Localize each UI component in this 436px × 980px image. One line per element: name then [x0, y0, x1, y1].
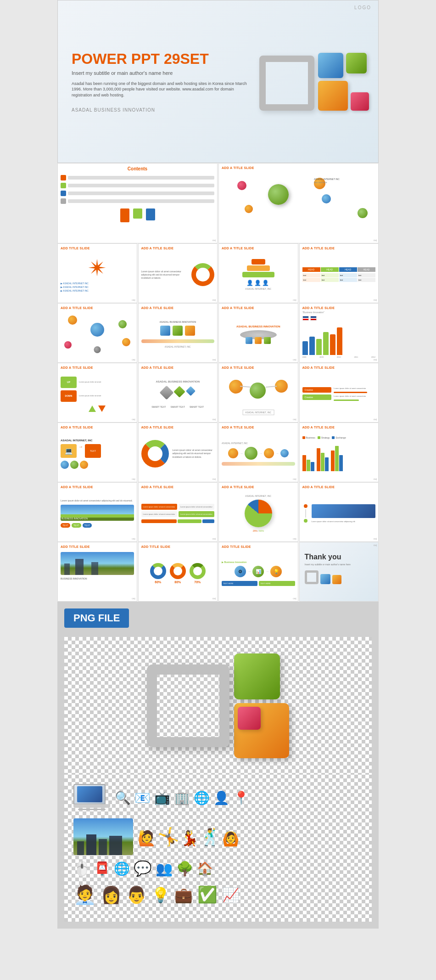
- bar-g3-2: [335, 446, 339, 471]
- contents-bar-4: [61, 198, 214, 204]
- slide-ring-content: Lorem ipsum dolor sit amet consectetur a…: [141, 430, 215, 477]
- sphere-center: [268, 184, 289, 205]
- ty-cube-blue: [320, 574, 330, 584]
- th-1: HEAD: [302, 267, 320, 272]
- slide-watermark-cubes: cwj: [212, 358, 216, 361]
- bubble-sm-1: [61, 461, 69, 469]
- hflow-arrow-3: →: [275, 451, 279, 456]
- slide-star-content: ✴ ▶ ASADAL INTERNET INC ▶ ASADAL INTERNE…: [61, 251, 134, 298]
- hero-title-regular: POWER PPT: [72, 51, 164, 67]
- large-cube-white-frame: [147, 665, 229, 747]
- slide-watermark-network: cwj: [132, 358, 135, 361]
- slide-globe[interactable]: ADD A TITLE SLIDE ASADAL BUSINESS INNOVA…: [218, 303, 298, 363]
- pills-row: TEXT TEXT TEXT: [61, 523, 134, 528]
- slides-row-7: ADD TItLE SLIDE BUSINESS INNOVATION cwj …: [57, 542, 379, 602]
- icons-row-business: 🧑‍💼 👩 👨 💡 💼 ✅ 📈: [73, 884, 363, 906]
- table-layout: HEAD HEAD HEAD HEAD text text text text …: [302, 267, 376, 282]
- boxes-progress-1: [334, 392, 367, 393]
- pyramid-mid: [247, 265, 270, 271]
- sphere-pink-1: [237, 181, 246, 190]
- contents-bottom-icons: [61, 208, 214, 222]
- cube-row-top: [318, 53, 369, 78]
- slide-watermark-company: cwj: [132, 478, 135, 480]
- bar-g2-2: [321, 453, 324, 471]
- donuts-row: 60% 80% 70%: [150, 563, 206, 584]
- slide-barchart[interactable]: ADD A TITLE SLIDE "Business Innovation": [299, 303, 379, 363]
- bubble-sm-2: [70, 461, 78, 469]
- proc-arrow-1: →: [247, 569, 251, 574]
- cube-blue: [318, 53, 343, 78]
- slide-hflow[interactable]: ADD A TITLE SLIDE ASADAL INTERNET, INC →…: [218, 422, 298, 482]
- slide-boxes-label: ADD A TITLE SLIDE: [302, 366, 376, 369]
- slide-donuts[interactable]: ADD TItLE SLIDE 60% 80%: [138, 542, 218, 602]
- slide-network[interactable]: ADD A TITLE SLIDE cwj: [57, 303, 137, 363]
- slide-diamonds[interactable]: ADD A TITLE SLIDE ASADAL BUSINESS INNOVA…: [138, 363, 218, 422]
- thank-you-sub: Insert my subtitle or main author's name…: [305, 563, 351, 566]
- timeline-line: [305, 509, 306, 518]
- ring-chart: [141, 440, 169, 467]
- slides-row-2: ADD TItLE SLIDE ✴ ▶ ASADAL INTERNET INC …: [57, 243, 379, 303]
- slide-multibars[interactable]: ADD A TITLE SLIDE Business Strategy Exch…: [299, 422, 379, 482]
- ty-cube-white: [305, 570, 319, 584]
- icons-row-mixed: 🙋 🤸 💃 🕺 🙆 🖱️ 📮 🌐 💬 👥 🌳 🏠: [73, 818, 363, 877]
- slide-textblocks[interactable]: ADD A TITLE SLIDE Lorem ipsum dolor sit …: [138, 482, 218, 542]
- slide-table[interactable]: ADD A TITLE SLIDE HEAD HEAD HEAD HEAD te…: [299, 243, 379, 303]
- pill-2: TEXT: [72, 523, 81, 528]
- slide-3dcubes[interactable]: ADD A TITLE SLIDE ASADAL BUSINESS INNOVA…: [138, 303, 218, 363]
- barchart-layout: "Business Innovation": [302, 311, 376, 358]
- textblocks-grid: Lorem ipsum dolor sit amet consectetur L…: [141, 504, 215, 517]
- icon-bar-orange: [120, 208, 129, 222]
- slide-watermark-2: cwj: [374, 239, 377, 242]
- slide-bubbles[interactable]: ADD A TITLE SLIDE ASADAL INTERNET, INC c…: [218, 363, 298, 422]
- pill-1: TEXT: [61, 523, 70, 528]
- png-icons-area: 🔍 📧 📺 🏢 🌐 👤 📍 🙋 🤸 💃: [64, 775, 372, 922]
- slide-circle-diagram[interactable]: ADD A TITLE SLIDE Lorem ipsum dolor sit …: [138, 243, 218, 303]
- slide-arrows-content: UP Lorem ipsum dolor sit amet DOWN Lorem…: [61, 371, 134, 417]
- slide-boxes-list[interactable]: ADD A TITLE SLIDE Creative Creative Lore…: [299, 363, 379, 422]
- barchart-subtitle: "Business Innovation": [302, 311, 376, 314]
- proc-box-2: TEXT HERE: [259, 581, 295, 586]
- legend-1: Business: [302, 436, 315, 439]
- pyramid-label-text: ASADAL INTERNET, INC: [245, 287, 271, 290]
- slide-bubbles-content: ASADAL INTERNET, INC: [222, 371, 295, 417]
- th-4: HEAD: [358, 267, 375, 272]
- slide-watermark-textblocks: cwj: [212, 537, 216, 540]
- slide-diamonds-label: ADD A TITLE SLIDE: [141, 366, 215, 369]
- slide-thank-you[interactable]: Thank you Insert my subtitle or main aut…: [299, 542, 379, 602]
- slide-process[interactable]: ADD TItLE SLIDE ▶ Business Innovation ⚙ …: [218, 542, 298, 602]
- slide-spheres[interactable]: ADD A TITLE SLIDE ASADAL INTERNET INCtex…: [218, 163, 379, 243]
- slide-pie[interactable]: ADD A TITLE SLIDE ASADAL INTERNET, INC 2…: [218, 482, 298, 542]
- slide-contents[interactable]: Contents: [57, 163, 218, 243]
- slide-ring[interactable]: ADD A TITLE SLIDE Lorem ipsum dolor sit …: [138, 422, 218, 482]
- laptop-icon: [73, 784, 110, 811]
- slide-company-flow[interactable]: ADD A TITLE SLIDE ASADAL INTERNET, INC 💻…: [57, 422, 137, 482]
- large-cube-row-2: [234, 703, 289, 758]
- boxes-right: Lorem ipsum dolor sit amet consectetur L…: [334, 387, 375, 400]
- slide-star[interactable]: ADD TItLE SLIDE ✴ ▶ ASADAL INTERNET INC …: [57, 243, 137, 303]
- slide-arrows[interactable]: ADD A TITLE SLIDE UP Lorem ipsum dolor s…: [57, 363, 137, 422]
- disc-cube-blue: [246, 337, 252, 344]
- bar-g2-3: [325, 457, 329, 471]
- pyramid-top: [252, 259, 265, 265]
- photo-side-text: Lorem ipsum dolor sit amet consectetur a…: [312, 504, 376, 523]
- slide-photo-side[interactable]: ADD A TITLE SLIDE Lorem ipsum dolor sit …: [299, 482, 379, 542]
- pie-labels: 25% / 60%: [253, 529, 264, 532]
- slide-watermark-donuts: cwj: [212, 597, 216, 600]
- gradient-bar: [141, 339, 215, 343]
- slide-photo-text[interactable]: ADD A TITLE SLIDE Lorem ipsum dolor sit …: [57, 482, 137, 542]
- textblock-light-2: Lorem ipsum dolor sit amet consectetur: [141, 511, 177, 517]
- boxes-left: Creative Creative: [302, 387, 332, 400]
- hero-title: POWER PPT 29SET: [72, 51, 255, 68]
- slide-watermark: cwj: [212, 239, 216, 242]
- slide-pyramid[interactable]: ADD A TITLE SLIDE 👤👤👤 ASADAL INTERNET, I…: [218, 243, 298, 303]
- slide-city[interactable]: ADD TItLE SLIDE BUSINESS INNOVATION cwj: [57, 542, 137, 602]
- large-cube-group: [147, 665, 229, 747]
- pie-chart: [245, 500, 272, 527]
- star-layout: ✴ ▶ ASADAL INTERNET INC ▶ ASADAL INTERNE…: [61, 257, 134, 293]
- pyramid-layout: 👤👤👤 ASADAL INTERNET, INC: [222, 251, 295, 298]
- icon-bar-green: [133, 208, 142, 219]
- hflow-steps: → → →: [222, 447, 295, 460]
- slide-label-1: ADD A TITLE SLIDE: [222, 166, 375, 169]
- slide-photo-side-content: Lorem ipsum dolor sit amet consectetur a…: [302, 490, 376, 537]
- person-jump-2: 🤸: [157, 827, 179, 847]
